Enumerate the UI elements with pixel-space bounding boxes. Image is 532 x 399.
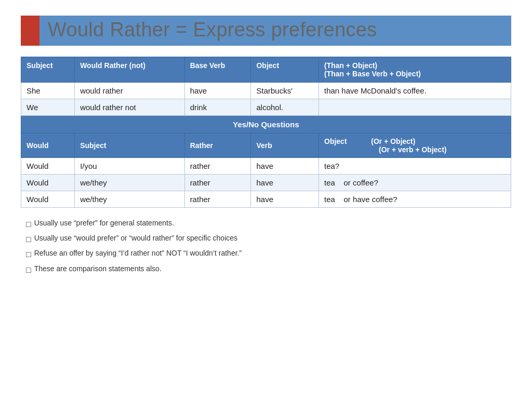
col-would-rather: Would Rather (not) [75,57,184,83]
grammar-table: Subject Would Rather (not) Base Verb Obj… [21,57,511,208]
red-accent [21,16,39,46]
cell: Would [21,191,75,208]
cell: have [184,83,251,99]
cell: would rather [75,83,184,99]
cell: have [251,175,319,191]
table2-header-row: Would Subject Rather Verb Object (Or + O… [21,134,511,158]
note-1: □ Usually use “prefer” for general state… [26,217,511,231]
cell: would rather not [75,99,184,116]
note-4: □ These are comparison statements also. [26,263,511,277]
table-row: Would I/you rather have tea? [21,158,511,175]
col2-rather: Rather [184,134,251,158]
note-text: These are comparison statements also. [34,263,162,275]
col-than: (Than + Object) (Than + Base Verb + Obje… [319,57,511,83]
cell: rather [184,175,251,191]
table-row: Would we/they rather have tea or coffee? [21,175,511,191]
cell: tea or coffee? [319,175,511,191]
cell: Starbucks' [251,83,319,99]
cell: than have McDonald's coffee. [319,83,511,99]
section-header-row: Yes/No Questions [21,116,511,134]
note-bullet: □ [26,232,31,246]
cell: have [251,158,319,175]
cell: Would [21,175,75,191]
cell: tea or have coffee? [319,191,511,208]
note-bullet: □ [26,247,31,261]
col-subject: Subject [21,57,75,83]
col2-verb: Verb [251,134,319,158]
cell: rather [184,191,251,208]
cell: I/you [75,158,184,175]
cell: tea? [319,158,511,175]
cell: alcohol. [251,99,319,116]
note-text: Refuse an offer by saying “I’d rather no… [34,247,242,260]
col-object: Object [251,57,319,83]
cell: She [21,83,75,99]
cell: have [251,191,319,208]
cell: we/they [75,191,184,208]
col-base-verb: Base Verb [184,57,251,83]
cell: we/they [75,175,184,191]
notes-section: □ Usually use “prefer” for general state… [21,217,511,277]
cell: We [21,99,75,116]
table-row: She would rather have Starbucks' than ha… [21,83,511,99]
cell [319,99,511,116]
cell: Would [21,158,75,175]
note-bullet: □ [26,217,31,231]
page-title: Would Rather = Express preferences [48,19,511,41]
note-text: Usually use “prefer” for general stateme… [34,217,174,230]
col2-subject: Subject [75,134,184,158]
note-bullet: □ [26,263,31,277]
cell: rather [184,158,251,175]
note-2: □ Usually use “would prefer” or “would r… [26,232,511,246]
section-label: Yes/No Questions [21,116,511,134]
table-row: Would we/they rather have tea or have co… [21,191,511,208]
table1-header-row: Subject Would Rather (not) Base Verb Obj… [21,57,511,83]
note-text: Usually use “would prefer” or “would rat… [34,232,237,245]
col2-object-or: Object (Or + Object)(Or + verb + Object) [319,134,511,158]
page: Would Rather = Express preferences Subje… [0,0,532,399]
cell: drink [184,99,251,116]
note-3: □ Refuse an offer by saying “I’d rather … [26,247,511,261]
table-row: We would rather not drink alcohol. [21,99,511,116]
col2-would: Would [21,134,75,158]
